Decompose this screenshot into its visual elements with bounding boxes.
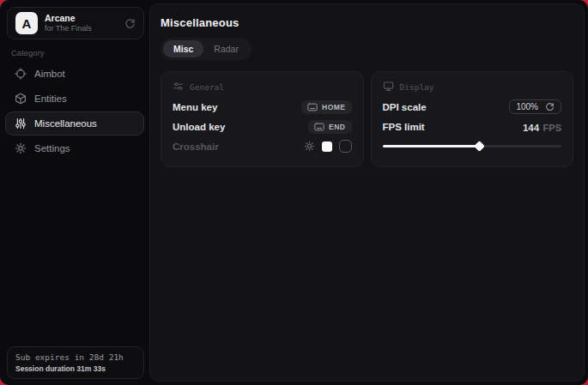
menu-key-row: Menu key HOME [173, 97, 352, 117]
sidebar: A Arcane for The Finals Category Aimbot [0, 0, 149, 385]
tab-bar: Misc Radar [161, 38, 252, 60]
app-meta: Arcane for The Finals [45, 13, 92, 33]
keyboard-icon [314, 123, 324, 131]
crosshair-color-swatch[interactable] [322, 141, 332, 152]
fps-limit-unit: FPS [543, 123, 561, 133]
sliders-icon [173, 81, 184, 93]
cards-row: General Menu key HOME Unload key [161, 71, 573, 167]
display-card-header: Display [383, 81, 562, 93]
crosshair-controls [304, 140, 352, 153]
crosshair-icon [15, 68, 27, 80]
dpi-scale-label: DPI scale [383, 102, 427, 112]
fps-limit-value-group: 144 FPS [523, 119, 561, 135]
crosshair-toggle-checkbox[interactable] [339, 140, 352, 153]
sidebar-item-label: Aimbot [34, 69, 65, 79]
fps-limit-row: FPS limit 144 FPS [383, 117, 562, 136]
crosshair-row: Crosshair [173, 136, 352, 156]
app-name: Arcane [45, 13, 92, 23]
app-window: A Arcane for The Finals Category Aimbot [0, 0, 588, 385]
gear-icon [15, 142, 27, 154]
fps-limit-label: FPS limit [383, 122, 425, 132]
crosshair-settings-gear-icon[interactable] [304, 141, 315, 152]
sidebar-item-entities[interactable]: Entities [5, 87, 144, 111]
category-label: Category [11, 48, 45, 57]
sidebar-item-miscellaneous[interactable]: Miscellaneous [5, 111, 144, 135]
sidebar-nav: Aimbot Entities Miscellaneous [5, 62, 144, 161]
display-card-title: Display [400, 82, 434, 92]
display-card: Display DPI scale 100% FPS limit [371, 71, 574, 167]
unload-key-bind-button[interactable]: END [308, 120, 351, 134]
cube-icon [15, 93, 27, 105]
fps-slider-thumb[interactable] [474, 141, 485, 152]
dpi-scale-value: 100% [516, 102, 538, 111]
tab-misc[interactable]: Misc [163, 40, 203, 57]
menu-key-bind-button[interactable]: HOME [301, 100, 352, 114]
unload-key-row: Unload key END [173, 117, 352, 136]
sidebar-item-settings[interactable]: Settings [5, 136, 144, 160]
app-header-card: A Arcane for The Finals [7, 7, 144, 39]
general-card: General Menu key HOME Unload key [161, 71, 364, 167]
fps-limit-slider[interactable] [383, 140, 562, 152]
sidebar-item-label: Settings [34, 143, 70, 153]
sidebar-item-label: Miscellaneous [34, 118, 97, 129]
unload-key-label: Unload key [173, 122, 225, 132]
sidebar-item-aimbot[interactable]: Aimbot [5, 62, 144, 86]
general-card-header: General [173, 81, 352, 93]
app-subtitle: for The Finals [45, 24, 92, 33]
general-card-title: General [190, 82, 224, 92]
menu-key-value: HOME [322, 103, 346, 111]
session-duration-text: Session duration 31m 33s [15, 364, 136, 373]
page-title: Miscellaneous [161, 16, 573, 29]
subscription-status-card: Sub expires in 28d 21h Session duration … [7, 346, 144, 379]
equalizer-icon [15, 117, 27, 129]
sidebar-item-label: Entities [34, 93, 67, 104]
app-logo: A [15, 12, 38, 34]
keyboard-icon [307, 103, 318, 111]
menu-key-label: Menu key [173, 102, 217, 112]
main-panel: Miscellaneous Misc Radar General [149, 3, 585, 382]
fps-slider-fill [383, 145, 480, 147]
fps-limit-value: 144 [523, 123, 539, 133]
sync-icon[interactable] [124, 18, 136, 29]
unload-key-value: END [329, 123, 345, 131]
crosshair-label: Crosshair [173, 141, 219, 152]
sub-expiry-text: Sub expires in 28d 21h [15, 352, 136, 362]
dpi-scale-control[interactable]: 100% [509, 99, 561, 114]
tab-radar[interactable]: Radar [203, 40, 249, 57]
refresh-icon[interactable] [545, 102, 555, 111]
dpi-scale-row: DPI scale 100% [383, 97, 562, 117]
monitor-icon [383, 81, 394, 93]
